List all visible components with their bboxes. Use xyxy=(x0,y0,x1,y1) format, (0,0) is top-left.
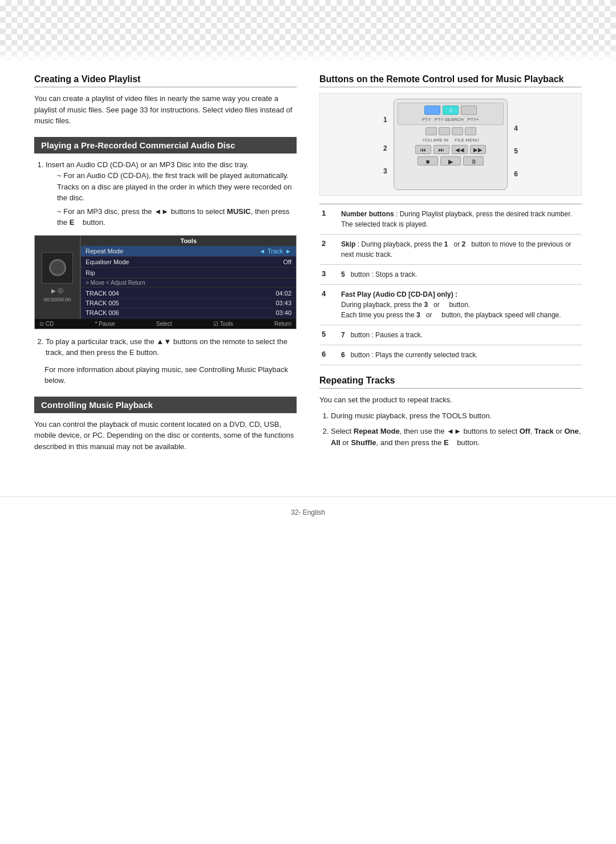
page-footer: 32- English xyxy=(0,496,616,528)
controlling-music-title: Controlling Music Playback xyxy=(34,397,297,413)
status-tools: ☑ Tools xyxy=(213,321,233,327)
player-ui-screenshot: ▶ ⓒ 00:00/00:00 Tools Repeat Mode ◄ Trac… xyxy=(34,235,297,329)
remote-section-title: Buttons on the Remote Control used for M… xyxy=(319,74,582,87)
repeating-tracks-section: Repeating Tracks You can set the product… xyxy=(319,375,582,448)
btn-labels-row: PTY PTY SEARCH PTY+ xyxy=(400,117,501,122)
remote-label-3: 3 xyxy=(383,167,387,175)
playing-prerecorded-title: Playing a Pre-Recorded Commercial Audio … xyxy=(34,137,297,154)
header-pattern xyxy=(0,0,616,63)
equaliser-label: Equaliser Mode xyxy=(86,259,129,265)
playing-prerecorded-steps: Insert an Audio CD (CD-DA) or an MP3 Dis… xyxy=(34,159,297,228)
controlling-music-body: You can control the playback of music co… xyxy=(34,419,297,453)
transport-row-2: ■ ▶ ⏸ xyxy=(398,156,504,165)
equaliser-value: Off xyxy=(283,259,291,265)
ref-text-2: Skip : During playback, press the 1 or 2… xyxy=(341,239,579,260)
right-column: Buttons on the Remote Control used for M… xyxy=(319,74,582,462)
btn-stop: ■ xyxy=(418,156,438,165)
btn-blue-1 xyxy=(424,106,440,115)
track-name-2: TRACK 005 xyxy=(86,300,119,306)
playing-prerecorded-section: Playing a Pre-Recorded Commercial Audio … xyxy=(34,137,297,386)
controlling-music-section: Controlling Music Playback You can contr… xyxy=(34,397,297,453)
track-time-3: 03:40 xyxy=(275,309,291,316)
btn-play: ▶ xyxy=(440,156,461,165)
ref-row-3: 3 5 button : Stops a track. xyxy=(319,265,582,285)
ref-text-4: Fast Play (Audio CD [CD-DA] only) : Duri… xyxy=(341,289,579,320)
player-thumbnail: ▶ ⓒ 00:00/00:00 xyxy=(35,236,80,319)
track-row-1: TRACK 004 04:02 xyxy=(81,289,296,298)
remote-label-4: 4 xyxy=(514,124,518,132)
repeat-mode-value: Track xyxy=(268,248,283,255)
ref-row-2: 2 Skip : During playback, press the 1 or… xyxy=(319,235,582,265)
transport-row-1: ⏮ ⏭ ◀◀ ▶▶ xyxy=(398,145,504,154)
remote-ref-table: 1 Number buttons : During Playlist playb… xyxy=(319,204,582,365)
repeating-step-2: Select Repeat Mode, then use the ◄► butt… xyxy=(331,426,582,448)
ref-num-2: 2 xyxy=(322,239,334,260)
repeating-step-1: During music playback, press the TOOLS b… xyxy=(331,410,582,422)
bullet-2: For an MP3 disc, press the ◄► buttons to… xyxy=(57,206,297,228)
tools-panel: Tools Repeat Mode ◄ Track ► Equaliser Mo… xyxy=(80,236,296,319)
player-status-bar: ⊙ CD * Pause Select ☑ Tools Return xyxy=(35,319,296,329)
creating-video-playlist-body: You can create a playlist of video files… xyxy=(34,93,297,127)
repeat-mode-label: Repeat Mode xyxy=(86,248,123,255)
repeat-mode-arrows: ◄ Track ► xyxy=(259,248,291,255)
num-buttons-area: 3 PTY PTY SEARCH PTY+ xyxy=(398,103,504,125)
tools-title: Tools xyxy=(81,236,296,246)
track-time-1: 04:02 xyxy=(275,290,291,297)
ref-row-4: 4 Fast Play (Audio CD [CD-DA] only) : Du… xyxy=(319,285,582,325)
equaliser-row: Equaliser Mode Off xyxy=(81,257,296,268)
status-cd: ⊙ CD xyxy=(39,321,54,327)
left-column: Creating a Video Playlist You can create… xyxy=(34,74,297,462)
btn-small-2 xyxy=(439,127,450,135)
ref-num-4: 4 xyxy=(322,289,334,320)
ref-text-6: 6 button : Plays the currently selected … xyxy=(341,350,579,360)
album-art-disc xyxy=(49,259,66,276)
num-btn-row-1: 3 xyxy=(400,106,501,115)
track-time-2: 03:43 xyxy=(275,300,291,306)
playing-prerecorded-step2: To play a particular track, use the ▲▼ b… xyxy=(34,336,297,358)
btn-rew: ◀◀ xyxy=(452,145,468,154)
bullet-1: For an Audio CD (CD-DA), the first track… xyxy=(57,170,297,204)
repeating-tracks-steps: During music playback, press the TOOLS b… xyxy=(319,410,582,449)
creating-video-playlist-section: Creating a Video Playlist You can create… xyxy=(34,74,297,127)
btn-gray-1 xyxy=(461,106,477,115)
remote-diagram-inner: 1 2 3 4 5 6 3 xyxy=(394,99,508,190)
step-1: Insert an Audio CD (CD-DA) or an MP3 Dis… xyxy=(46,159,297,228)
track-row-2: TRACK 005 03:43 xyxy=(81,298,296,308)
dir-buttons xyxy=(398,127,504,135)
tracklist: TRACK 004 04:02 TRACK 005 03:43 TRACK 00… xyxy=(81,288,296,319)
btn-skip-back: ⏮ xyxy=(415,145,431,154)
remote-diagram: 1 2 3 4 5 6 3 xyxy=(319,93,582,196)
ref-text-3: 5 button : Stops a track. xyxy=(341,269,579,280)
ref-num-1: 1 xyxy=(322,209,334,229)
creating-video-playlist-title: Creating a Video Playlist xyxy=(34,74,297,87)
btn-cyan-1: 3 xyxy=(443,106,459,115)
ref-text-5: 7 button : Pauses a track. xyxy=(341,330,579,340)
btn-small-4 xyxy=(465,127,476,135)
track-name-1: TRACK 004 xyxy=(86,290,119,297)
ref-num-5: 5 xyxy=(322,330,334,340)
ref-num-6: 6 xyxy=(322,350,334,360)
remote-label-6: 6 xyxy=(514,170,518,178)
ref-row-1: 1 Number buttons : During Playlist playb… xyxy=(319,204,582,235)
step-2: To play a particular track, use the ▲▼ b… xyxy=(46,336,297,358)
rip-row: Rip xyxy=(81,268,296,278)
btn-skip-fwd: ⏭ xyxy=(433,145,449,154)
btn-pause: ⏸ xyxy=(463,156,484,165)
page-number: 32- English xyxy=(291,508,325,516)
track-row-3: TRACK 006 03:40 xyxy=(81,308,296,318)
btn-ff: ▶▶ xyxy=(470,145,486,154)
step2-more: For more information about playing music… xyxy=(44,364,297,386)
ref-row-5: 5 7 button : Pauses a track. xyxy=(319,325,582,345)
remote-label-1: 1 xyxy=(383,116,387,124)
player-mode-icon: ▶ ⓒ xyxy=(51,287,63,295)
remote-section: Buttons on the Remote Control used for M… xyxy=(319,74,582,365)
you-are-labels: YOU ARE IN FILE MENU xyxy=(398,138,504,143)
status-return: Return xyxy=(274,321,291,327)
album-art xyxy=(42,252,73,284)
repeating-tracks-intro: You can set the product to repeat tracks… xyxy=(319,394,582,406)
player-body: ▶ ⓒ 00:00/00:00 Tools Repeat Mode ◄ Trac… xyxy=(35,236,296,319)
track-name-3: TRACK 006 xyxy=(86,309,119,316)
remote-label-5: 5 xyxy=(514,147,518,155)
tools-nav: > Move < Adjust Return xyxy=(81,278,296,288)
btn-small-1 xyxy=(425,127,437,135)
